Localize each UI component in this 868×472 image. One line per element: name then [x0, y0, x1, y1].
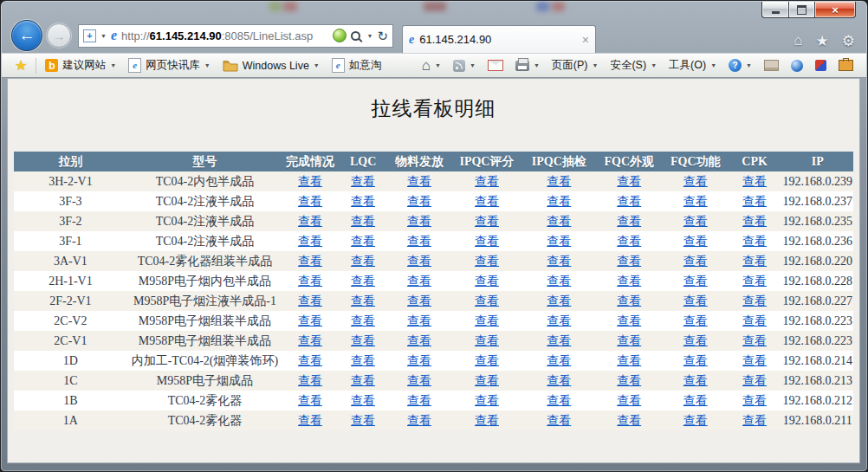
view-link[interactable]: 查看	[298, 215, 322, 228]
favorites-item-suggested-sites[interactable]: b 建议网站 ▼	[39, 56, 122, 75]
page-menu[interactable]: 页面(P) ▼	[546, 56, 605, 75]
view-link[interactable]: 查看	[617, 334, 641, 347]
view-link[interactable]: 查看	[683, 334, 708, 347]
view-link[interactable]: 查看	[683, 374, 708, 387]
view-link[interactable]: 查看	[547, 175, 571, 188]
view-link[interactable]: 查看	[742, 334, 767, 347]
tools-menu[interactable]: 工具(O) ▼	[663, 56, 722, 75]
view-link[interactable]: 查看	[298, 175, 322, 188]
view-link[interactable]: 查看	[547, 294, 571, 307]
view-link[interactable]: 查看	[547, 374, 571, 387]
view-link[interactable]: 查看	[617, 175, 641, 188]
help-menu[interactable]: ? ▼	[722, 56, 758, 75]
view-link[interactable]: 查看	[475, 314, 499, 327]
view-link[interactable]: 查看	[407, 334, 431, 347]
view-link[interactable]: 查看	[298, 314, 322, 327]
refresh-icon[interactable]: ↻	[377, 29, 388, 42]
view-link[interactable]: 查看	[475, 414, 499, 427]
url-text[interactable]: http://61.145.214.90:8085/LineList.asp	[121, 29, 328, 42]
view-link[interactable]: 查看	[742, 414, 767, 427]
view-link[interactable]: 查看	[547, 255, 571, 268]
view-link[interactable]: 查看	[407, 314, 431, 327]
view-link[interactable]: 查看	[683, 294, 708, 307]
view-link[interactable]: 查看	[742, 215, 767, 228]
add-favorite-button[interactable]: ★	[9, 56, 33, 75]
favorites-star-icon[interactable]: ★	[816, 32, 829, 50]
favorites-item-windows-live[interactable]: Windows Live ▼	[217, 56, 326, 75]
view-link[interactable]: 查看	[617, 255, 641, 268]
favorites-item-ruyitao[interactable]: e 如意淘	[326, 56, 388, 75]
home-menu-button[interactable]: ⌂ ▼	[416, 56, 447, 75]
view-link[interactable]: 查看	[298, 235, 322, 248]
view-link[interactable]: 查看	[742, 255, 767, 268]
addon-button-4[interactable]	[832, 56, 859, 75]
view-link[interactable]: 查看	[475, 394, 499, 407]
home-icon[interactable]: ⌂	[794, 32, 802, 50]
view-link[interactable]: 查看	[351, 334, 375, 347]
view-link[interactable]: 查看	[475, 294, 499, 307]
search-icon[interactable]	[351, 31, 360, 41]
view-link[interactable]: 查看	[351, 354, 375, 367]
view-link[interactable]: 查看	[742, 394, 767, 407]
view-link[interactable]: 查看	[351, 195, 375, 208]
view-link[interactable]: 查看	[351, 394, 375, 407]
view-link[interactable]: 查看	[298, 195, 322, 208]
view-link[interactable]: 查看	[407, 235, 431, 248]
address-bar[interactable]: + ▼ e http://61.145.214.90:8085/LineList…	[78, 24, 393, 48]
view-link[interactable]: 查看	[683, 275, 708, 288]
read-mail-button[interactable]	[482, 56, 509, 75]
view-link[interactable]: 查看	[617, 394, 641, 407]
view-link[interactable]: 查看	[683, 255, 708, 268]
search-dropdown-caret[interactable]: ▼	[366, 33, 372, 39]
view-link[interactable]: 查看	[617, 354, 641, 367]
view-link[interactable]: 查看	[475, 275, 499, 288]
favorites-item-web-slices[interactable]: e 网页快讯库 ▼	[122, 56, 216, 75]
view-link[interactable]: 查看	[475, 195, 499, 208]
view-link[interactable]: 查看	[742, 294, 767, 307]
view-link[interactable]: 查看	[351, 314, 375, 327]
view-link[interactable]: 查看	[617, 235, 641, 248]
view-link[interactable]: 查看	[351, 294, 375, 307]
view-link[interactable]: 查看	[617, 374, 641, 387]
view-link[interactable]: 查看	[407, 414, 431, 427]
view-link[interactable]: 查看	[547, 195, 571, 208]
view-link[interactable]: 查看	[617, 414, 641, 427]
view-link[interactable]: 查看	[683, 414, 708, 427]
view-link[interactable]: 查看	[351, 414, 375, 427]
view-link[interactable]: 查看	[475, 255, 499, 268]
view-link[interactable]: 查看	[351, 374, 375, 387]
addon-button-2[interactable]	[785, 56, 809, 75]
view-link[interactable]: 查看	[407, 255, 431, 268]
back-button[interactable]: ←	[11, 20, 42, 51]
minimize-button[interactable]	[761, 2, 788, 18]
view-link[interactable]: 查看	[407, 354, 431, 367]
view-link[interactable]: 查看	[298, 275, 322, 288]
addon-orb-icon[interactable]	[333, 29, 347, 42]
view-link[interactable]: 查看	[617, 294, 641, 307]
addon-button-3[interactable]	[809, 56, 832, 75]
view-link[interactable]: 查看	[742, 374, 767, 387]
view-link[interactable]: 查看	[475, 215, 499, 228]
settings-gear-icon[interactable]: ⚙	[842, 32, 855, 50]
view-link[interactable]: 查看	[547, 334, 571, 347]
view-link[interactable]: 查看	[547, 414, 571, 427]
addon-button-1[interactable]	[758, 56, 785, 75]
view-link[interactable]: 查看	[298, 294, 322, 307]
view-link[interactable]: 查看	[683, 175, 708, 188]
tab-close-icon[interactable]: ×	[582, 34, 589, 46]
view-link[interactable]: 查看	[298, 374, 322, 387]
view-link[interactable]: 查看	[742, 195, 767, 208]
view-link[interactable]: 查看	[547, 235, 571, 248]
view-link[interactable]: 查看	[742, 275, 767, 288]
view-link[interactable]: 查看	[617, 275, 641, 288]
close-button[interactable]: ×	[815, 2, 856, 18]
view-link[interactable]: 查看	[475, 354, 499, 367]
view-link[interactable]: 查看	[683, 215, 708, 228]
view-link[interactable]: 查看	[298, 354, 322, 367]
address-dropdown-caret[interactable]: ▼	[100, 33, 107, 39]
view-link[interactable]: 查看	[683, 354, 708, 367]
view-link[interactable]: 查看	[547, 354, 571, 367]
view-link[interactable]: 查看	[617, 195, 641, 208]
view-link[interactable]: 查看	[351, 255, 375, 268]
view-link[interactable]: 查看	[298, 394, 322, 407]
